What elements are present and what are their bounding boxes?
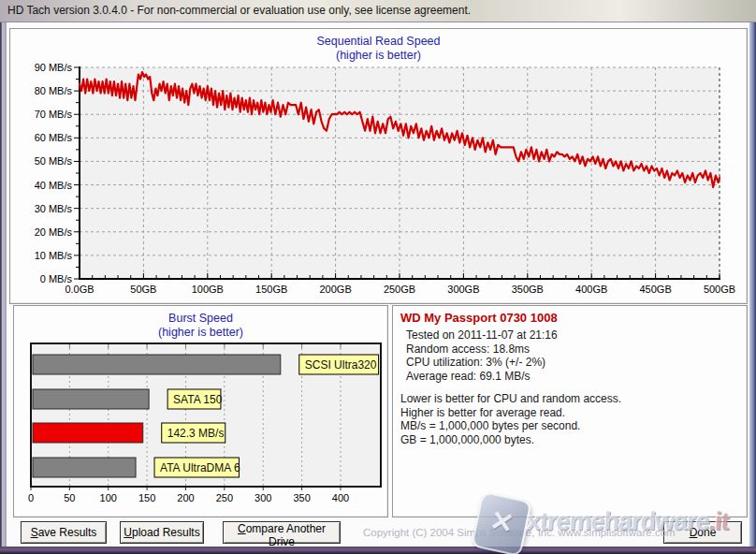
svg-text:50 MB/s: 50 MB/s	[35, 155, 73, 167]
svg-text:30 MB/s: 30 MB/s	[35, 203, 73, 214]
svg-text:250GB: 250GB	[384, 284, 415, 295]
info-notes: Lower is better for CPU and random acces…	[400, 392, 621, 446]
compare-another-drive-button[interactable]: Compare Another Drive	[223, 521, 341, 544]
note-line: Lower is better for CPU and random acces…	[400, 392, 621, 406]
svg-text:400GB: 400GB	[575, 284, 607, 295]
window-border-right	[749, 22, 756, 547]
copyright-text: Copyright (C) 2004 Simpli Software, Inc.…	[363, 527, 676, 538]
window-title: HD Tach version 3.0.4.0 - For non-commer…	[0, 0, 756, 22]
svg-text:300GB: 300GB	[447, 284, 479, 295]
drive-stat-line: Tested on 2011-11-07 at 21:16	[406, 328, 558, 343]
svg-text:0: 0	[28, 492, 34, 503]
burst-bar	[33, 423, 143, 443]
burst-speed-panel: Burst Speed (higher is better) 050100150…	[13, 305, 388, 518]
svg-text:200: 200	[177, 492, 194, 503]
svg-text:100GB: 100GB	[192, 284, 224, 295]
sequential-read-panel: Sequential Read Speed (higher is better)…	[9, 28, 748, 304]
burst-bar	[33, 355, 281, 374]
svg-text:100: 100	[100, 492, 117, 503]
burst-bar-label: SATA 150	[173, 393, 223, 406]
svg-text:80 MB/s: 80 MB/s	[35, 85, 73, 96]
save-results-button[interactable]: Save Results	[21, 521, 107, 544]
drive-info-panel: WD My Passport 0730 1008 Tested on 2011-…	[392, 305, 748, 518]
upload-results-button[interactable]: Upload Results	[120, 521, 204, 544]
svg-text:50: 50	[64, 492, 75, 503]
svg-text:400: 400	[332, 492, 349, 503]
drive-stat-line: Random access: 18.8ms	[406, 343, 558, 357]
burst-bar-label: 142.3 MB/s	[167, 427, 225, 440]
svg-text:20 MB/s: 20 MB/s	[35, 226, 73, 238]
drive-stat-line: CPU utilization: 3% (+/- 2%)	[406, 356, 558, 370]
svg-text:50GB: 50GB	[130, 284, 156, 295]
svg-text:350GB: 350GB	[512, 284, 544, 295]
burst-speed-chart: 050100150200250300350400SCSI Ultra320SAT…	[14, 306, 385, 515]
svg-text:70 MB/s: 70 MB/s	[35, 109, 73, 120]
burst-bar	[33, 389, 149, 409]
svg-text:250: 250	[216, 492, 233, 503]
hd-tach-window: HD Tach version 3.0.4.0 - For non-commer…	[0, 0, 756, 554]
svg-text:300: 300	[254, 492, 271, 503]
svg-text:500GB: 500GB	[704, 284, 735, 295]
note-line: Higher is better for average read.	[400, 406, 621, 420]
svg-text:60 MB/s: 60 MB/s	[35, 132, 73, 143]
window-border-bottom	[0, 547, 756, 554]
svg-text:150: 150	[138, 492, 155, 503]
svg-text:40 MB/s: 40 MB/s	[35, 180, 73, 191]
svg-text:350: 350	[293, 492, 310, 503]
note-line: MB/s = 1,000,000 bytes per second.	[400, 419, 621, 433]
window-border-left	[0, 22, 7, 547]
burst-bar-label: SCSI Ultra320	[305, 358, 377, 372]
svg-text:150GB: 150GB	[255, 284, 287, 295]
drive-stat-line: Average read: 69.1 MB/s	[406, 370, 558, 384]
burst-bar-label: ATA UltraDMA 6	[160, 461, 240, 474]
svg-text:450GB: 450GB	[639, 284, 671, 295]
svg-text:10 MB/s: 10 MB/s	[35, 250, 73, 261]
svg-text:200GB: 200GB	[319, 284, 351, 295]
sequential-read-chart: 0 MB/s10 MB/s20 MB/s30 MB/s40 MB/s50 MB/…	[10, 29, 745, 301]
svg-text:0.0GB: 0.0GB	[65, 284, 94, 295]
burst-bar	[33, 458, 136, 477]
title-bar[interactable]: HD Tach version 3.0.4.0 - For non-commer…	[0, 0, 756, 22]
note-line: GB = 1,000,000,000 bytes.	[400, 433, 621, 447]
svg-text:90 MB/s: 90 MB/s	[35, 62, 73, 73]
client-area: Sequential Read Speed (higher is better)…	[7, 22, 749, 547]
drive-stats: Tested on 2011-11-07 at 21:16Random acce…	[406, 328, 558, 383]
drive-name: WD My Passport 0730 1008	[400, 311, 558, 325]
